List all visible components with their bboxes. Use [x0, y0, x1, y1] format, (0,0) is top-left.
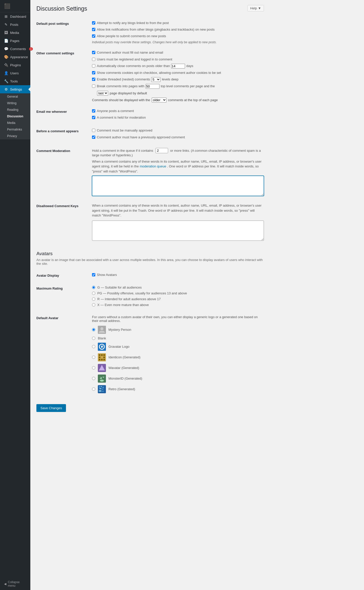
media-sub-label: Media [7, 121, 15, 125]
sidebar-item-posts[interactable]: ✎ Posts [0, 20, 30, 29]
allow-comments-label[interactable]: Allow people to submit comments on new p… [97, 34, 166, 38]
avatar-blank-radio[interactable] [92, 337, 95, 340]
sidebar-item-media-sub[interactable]: Media [0, 120, 30, 126]
manually-approved-checkbox[interactable] [92, 129, 95, 132]
avatar-monsterid-radio[interactable] [92, 377, 95, 380]
sidebar-item-tools[interactable]: 🔧 Tools [0, 77, 30, 85]
moderation-links-input[interactable] [155, 148, 168, 153]
auto-close-days-input[interactable] [171, 64, 185, 69]
break-pages-checkbox[interactable] [92, 84, 95, 88]
email-whenever-options: Anyone posts a comment A comment is held… [92, 106, 264, 125]
moderation-textarea[interactable] [92, 176, 264, 196]
disallowed-textarea[interactable] [92, 221, 264, 241]
registered-only-label[interactable]: Users must be registered and logged in t… [97, 57, 172, 62]
rating-r-label[interactable]: R — Intended for adult audiences above 1… [97, 297, 161, 301]
sidebar-item-discussion[interactable]: Discussion [0, 113, 30, 120]
anyone-posts-label[interactable]: Anyone posts a comment [97, 109, 134, 113]
sidebar-item-dashboard[interactable]: ⊞ Dashboard [0, 12, 30, 20]
author-fill-checkbox[interactable] [92, 51, 95, 54]
attempt-notify-label[interactable]: Attempt to notify any blogs linked to fr… [97, 21, 169, 25]
sidebar-item-label: Pages [10, 39, 19, 43]
page-displayed-select[interactable]: lastfirst [97, 91, 108, 96]
avatar-monsterid-label[interactable]: MonsterID (Generated) [108, 377, 142, 380]
avatar-wavatar-radio[interactable] [92, 366, 95, 369]
page-displayed-row: lastfirst page displayed by default [97, 91, 264, 96]
allow-link-notifications-checkbox[interactable] [92, 28, 95, 31]
moderation-queue-link[interactable]: moderation queue [140, 164, 166, 168]
reading-label: Reading [7, 108, 18, 112]
default-post-settings-label: Default post settings [36, 18, 92, 47]
help-button[interactable]: Help ▼ [247, 5, 264, 11]
avatar-gravatar-radio[interactable] [92, 345, 95, 348]
svg-rect-14 [101, 359, 103, 360]
save-changes-button[interactable]: Save Changes [36, 404, 66, 412]
sidebar-item-users[interactable]: 👤 Users [0, 69, 30, 77]
rating-r-radio[interactable] [92, 297, 95, 301]
avatar-mystery-radio[interactable] [92, 328, 95, 331]
held-moderation-label[interactable]: A comment is held for moderation [97, 115, 146, 120]
sidebar-item-settings[interactable]: ⚙ Settings [0, 85, 30, 93]
default-post-settings-note: Individual posts may override these sett… [92, 40, 264, 44]
avatar-identicon-label[interactable]: Identicon (Generated) [108, 355, 140, 359]
comments-badge: 1 [29, 47, 33, 51]
avatar-retro-option: Retro (Generated) [92, 385, 264, 393]
sidebar-item-media[interactable]: 🖼 Media [0, 29, 30, 37]
allow-link-notifications-label[interactable]: Allow link notifications from other blog… [97, 27, 215, 32]
cookies-optin-checkbox[interactable] [92, 71, 95, 74]
registered-only-checkbox[interactable] [92, 58, 95, 61]
permalinks-label: Permalinks [7, 128, 22, 131]
sidebar-item-reading[interactable]: Reading [0, 106, 30, 113]
sidebar-item-permalinks[interactable]: Permalinks [0, 126, 30, 133]
sidebar-item-general[interactable]: General [0, 93, 30, 100]
threaded-checkbox[interactable] [92, 78, 95, 81]
svg-rect-28 [99, 388, 101, 389]
avatar-retro-radio[interactable] [92, 387, 95, 391]
avatar-blank-label[interactable]: Blank [98, 336, 106, 340]
before-comment-row: Before a comment appears Comment must be… [36, 125, 264, 145]
rating-g-radio[interactable] [92, 286, 95, 289]
svg-rect-15 [103, 359, 105, 360]
svg-rect-25 [99, 386, 100, 388]
threaded-levels-select[interactable]: 534678910 [151, 77, 161, 82]
rating-pg-radio[interactable] [92, 292, 95, 295]
anyone-posts-checkbox[interactable] [92, 109, 95, 113]
collapse-menu-button[interactable]: ◀ Collapse menu [0, 578, 30, 590]
sidebar-item-plugins[interactable]: 🔌 Plugins [0, 61, 30, 69]
avatar-gravatar-label[interactable]: Gravatar Logo [108, 345, 129, 348]
sidebar-item-privacy[interactable]: Privacy [0, 133, 30, 139]
cookies-optin-label[interactable]: Show comments cookies opt-in checkbox, a… [97, 71, 221, 75]
attempt-notify-checkbox[interactable] [92, 21, 95, 25]
rating-x-label[interactable]: X — Even more mature than above [97, 303, 149, 307]
monsterid-avatar-img [98, 375, 106, 383]
dashboard-icon: ⊞ [4, 14, 8, 18]
show-avatars-label[interactable]: Show Avatars [97, 273, 117, 277]
avatar-monsterid-option: MonsterID (Generated) [92, 375, 264, 383]
break-pages-input[interactable] [146, 84, 160, 89]
rating-x-radio[interactable] [92, 303, 95, 307]
avatar-identicon-radio[interactable] [92, 356, 95, 359]
rating-g-label[interactable]: G — Suitable for all audiences [97, 286, 142, 289]
sidebar-item-pages[interactable]: 📄 Pages [0, 37, 30, 45]
avatar-mystery-label[interactable]: Mystery Person [108, 328, 131, 332]
pages-icon: 📄 [4, 39, 8, 43]
auto-close-days-label: days [186, 64, 193, 68]
manually-approved-label[interactable]: Comment must be manually approved [97, 128, 152, 133]
previously-approved-label[interactable]: Comment author must have a previously ap… [97, 135, 185, 140]
threaded-row: Enable threaded (nested) comments 534678… [92, 77, 264, 82]
show-avatars-checkbox[interactable] [92, 273, 95, 276]
allow-comments-checkbox[interactable] [92, 34, 95, 38]
default-avatar-content: For users without a custom avatar of the… [92, 312, 264, 399]
author-fill-label[interactable]: Comment author must fill out name and em… [97, 50, 163, 55]
sidebar-item-appearance[interactable]: 🎨 Appearance [0, 53, 30, 61]
auto-close-checkbox[interactable] [92, 64, 95, 68]
avatar-wavatar-label[interactable]: Wavatar (Generated) [108, 366, 139, 370]
sidebar-item-comments[interactable]: 💬 Comments 1 [0, 45, 30, 53]
sidebar-item-writing[interactable]: Writing [0, 100, 30, 106]
held-moderation-checkbox[interactable] [92, 116, 95, 119]
sidebar-item-label: Dashboard [10, 15, 26, 18]
display-order-select[interactable]: oldernewer [152, 98, 167, 102]
avatar-retro-label[interactable]: Retro (Generated) [108, 387, 135, 391]
rating-pg-label[interactable]: PG — Possibly offensive, usually for aud… [97, 291, 187, 295]
previously-approved-checkbox[interactable] [92, 136, 95, 139]
comment-moderation-label: Comment Moderation [36, 145, 92, 200]
